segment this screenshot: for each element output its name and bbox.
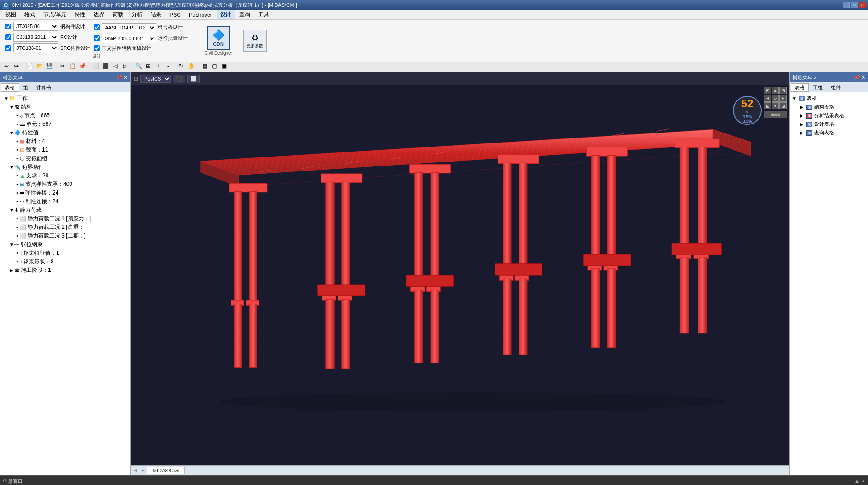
select-all-button[interactable]: ⬜ (91, 62, 100, 71)
menu-properties[interactable]: 特性 (71, 10, 89, 19)
cdn-button[interactable]: 🔷 CDN (207, 26, 230, 50)
menu-tools[interactable]: 工具 (255, 10, 273, 19)
scroll-left[interactable]: ◄ (131, 468, 139, 473)
expand-elastic-support[interactable]: • (14, 182, 20, 187)
tab-calc[interactable]: 计算书 (32, 83, 55, 92)
pan-button[interactable]: ✋ (187, 62, 196, 71)
zoom-window-button[interactable]: 🔍 (134, 62, 143, 71)
tree-elastic-support[interactable]: • ⊞ 节点弹性支承：400 (2, 180, 128, 189)
expand-elastic-link[interactable]: • (14, 190, 20, 195)
zoom-in-button[interactable]: + (154, 62, 163, 71)
rtree-struct-table[interactable]: ▶ ▣ 结构表格 (799, 103, 866, 111)
rc-check[interactable] (5, 34, 11, 40)
tree-tendon-shape[interactable]: • ⌇ 钢束形状：8 (2, 257, 128, 266)
output-scroll-up[interactable]: ▲ (854, 478, 859, 484)
right-panel-close[interactable]: ✕ (861, 75, 865, 81)
steel-check[interactable] (5, 24, 11, 29)
expand-query-table[interactable]: ▶ (799, 130, 804, 135)
left-panel-pin[interactable]: 📌 (116, 75, 123, 81)
tree-nodes[interactable]: • ⬦ 节点：665 (2, 111, 128, 120)
expand-construction[interactable]: ▶ (9, 268, 14, 273)
expand-tendon-shape[interactable]: • (14, 259, 20, 264)
nav-topright[interactable]: ◥ (779, 87, 787, 94)
tree-rigid-link[interactable]: • ⇔ 刚性连接：24 (2, 197, 128, 206)
menu-results[interactable]: 结果 (147, 10, 165, 19)
menu-design[interactable]: 设计 (217, 10, 235, 19)
expand-nodes[interactable]: • (14, 113, 20, 118)
menu-psc[interactable]: PSC (166, 11, 184, 19)
expand-design-table[interactable]: ▶ (799, 122, 804, 127)
tree-supports[interactable]: • ▲ 支承：28 (2, 171, 128, 180)
menu-format[interactable]: 格式 (21, 10, 39, 19)
expand-struct-table[interactable]: ▶ (799, 105, 804, 109)
canvas-area[interactable]: 52 × 3.5% 3.1% ◤ ▲ ◥ ◄ ⊙ ► ◣ (131, 85, 789, 465)
expand-materials[interactable]: • (14, 139, 20, 144)
shrink-button[interactable]: ▣ (220, 62, 229, 71)
expand-structure[interactable]: ▼ (9, 105, 14, 109)
tree-sections[interactable]: • ▤ 截面：11 (2, 146, 128, 154)
tree-load1[interactable]: • ⬜ 静力荷载工况 1 [预应力：] (2, 214, 128, 223)
show-settings-button[interactable]: ⬛ (173, 75, 185, 83)
expand-rtables[interactable]: ▼ (792, 96, 797, 101)
right-panel-pin[interactable]: 📌 (854, 75, 860, 81)
nav-botleft[interactable]: ◣ (764, 102, 771, 109)
zoom-out-button[interactable]: - (164, 62, 173, 71)
copy-button[interactable]: 📋 (68, 62, 77, 71)
left-panel-close[interactable]: ✕ (123, 75, 127, 81)
src-check[interactable] (5, 45, 11, 51)
wireframe-button[interactable]: ▢ (210, 62, 219, 71)
tree-construction[interactable]: ▶ 🏚 施工阶段：1 (2, 266, 128, 275)
nav-midleft[interactable]: ◄ (764, 95, 771, 102)
expand-sections[interactable]: • (14, 147, 20, 152)
tree-elements[interactable]: • ▬ 单元：587 (2, 120, 128, 128)
nav-midright[interactable]: ► (779, 95, 787, 102)
nav-botmid[interactable]: ▼ (772, 102, 779, 109)
expand-tendon-props[interactable]: • (14, 251, 20, 256)
paste-button[interactable]: 📌 (78, 62, 87, 71)
tree-static-load[interactable]: ▼ ⬇ 静力荷载 (2, 206, 128, 214)
window-select-button[interactable]: ⬛ (101, 62, 110, 71)
new-button[interactable]: 📄 (25, 62, 34, 71)
cs-select[interactable]: PostCS (140, 75, 171, 83)
menu-load[interactable]: 荷载 (109, 10, 127, 19)
tree-load2[interactable]: • ⬜ 静力荷载工况 2 [自重：] (2, 223, 128, 232)
rotate-button[interactable]: ↻ (177, 62, 186, 71)
nav-topleft[interactable]: ◤ (764, 87, 771, 94)
view-options-button[interactable]: ⬜ (187, 75, 200, 83)
nav-zoom-fit[interactable]: ⊞⊟⊠ (764, 111, 787, 118)
batch-check[interactable] (94, 35, 100, 41)
output-close[interactable]: ✕ (861, 478, 865, 484)
expand-supports[interactable]: • (14, 173, 20, 178)
menu-node-element[interactable]: 节点/单元 (40, 10, 70, 19)
expand-boundary[interactable]: ▼ (9, 165, 14, 170)
tab-civil[interactable]: MIDAS/Civil (147, 467, 185, 474)
tab-group[interactable]: 组 (19, 83, 32, 92)
menu-view[interactable]: 视图 (2, 10, 20, 19)
undo-button[interactable]: ↩ (2, 62, 11, 71)
expand-analysis-table[interactable]: ▶ (799, 113, 804, 118)
menu-boundary[interactable]: 边界 (90, 10, 108, 19)
src-code-select[interactable]: JTG138-01 (13, 43, 58, 52)
redo-button[interactable]: ↪ (12, 62, 21, 71)
scroll-right[interactable]: ► (139, 468, 147, 473)
nav-botright[interactable]: ◢ (779, 102, 787, 109)
nav-topmid[interactable]: ▲ (772, 87, 779, 94)
rtree-query-table[interactable]: ▶ ▣ 查询表格 (799, 128, 866, 137)
rtree-analysis-table[interactable]: ▶ ▣ 分析结果表格 (799, 111, 866, 120)
tree-elastic-link[interactable]: • ⇌ 弹性连接：24 (2, 189, 128, 197)
cut-button[interactable]: ✂ (58, 62, 67, 71)
combo-check[interactable] (94, 24, 100, 30)
open-button[interactable]: 📂 (35, 62, 44, 71)
more-params-button[interactable]: ⚙ 更多参数 (243, 30, 267, 52)
expand-rigid-link[interactable]: • (14, 199, 20, 204)
rtree-tables[interactable]: ▼ ▦ 表格 (792, 94, 866, 103)
select-prev-button[interactable]: ◁ (111, 62, 120, 71)
rc-code-select[interactable]: CJJ138-2011 (13, 33, 58, 42)
rtab-component[interactable]: 组件 (827, 83, 845, 92)
nav-center[interactable]: ⊙ (772, 95, 779, 102)
combo-code-select[interactable]: AASHTO-LRFD12 (102, 23, 156, 32)
tree-materials[interactable]: • ▩ 材料：4 (2, 137, 128, 146)
minimize-button[interactable]: ─ (843, 2, 850, 8)
batch-code-select[interactable]: SNiP 2.05.03-84* (102, 34, 156, 43)
rtab-workgroup[interactable]: 工组 (809, 83, 827, 92)
